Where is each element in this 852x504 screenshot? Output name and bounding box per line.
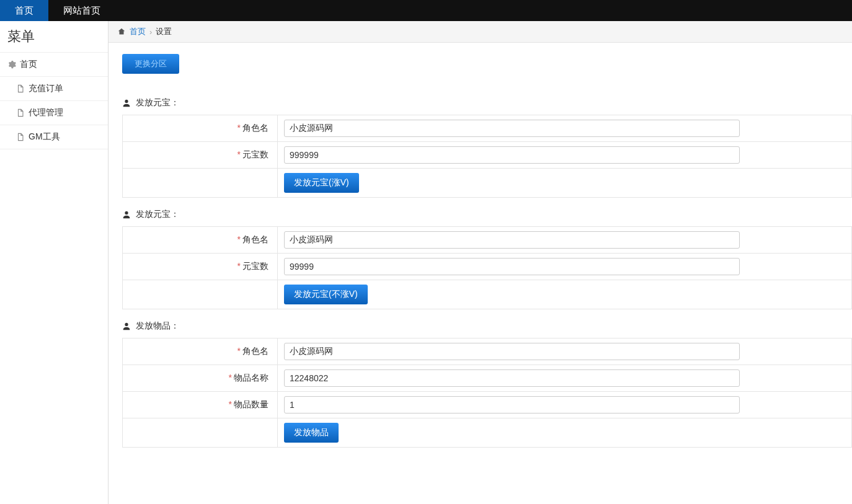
sidebar-item-home[interactable]: 首页 <box>0 52 108 77</box>
section-heading-label: 发放物品： <box>136 321 179 332</box>
section-heading-label: 发放元宝： <box>136 97 179 108</box>
content: 首页 › 设置 更换分区 发放元宝： *角色名 *元宝数 <box>109 21 852 504</box>
person-icon <box>122 99 131 107</box>
section-heading-item: 发放物品： <box>122 321 852 332</box>
role-label: 角色名 <box>242 346 268 356</box>
section-heading-yuanbao-v: 发放元宝： <box>122 97 852 108</box>
person-icon <box>122 322 131 330</box>
file-icon <box>16 108 25 117</box>
breadcrumb: 首页 › 设置 <box>109 21 852 43</box>
person-icon <box>122 210 131 219</box>
topbar: 首页 网站首页 <box>0 0 852 21</box>
sidebar-item-home-label: 首页 <box>20 59 37 70</box>
role-label: 角色名 <box>242 123 268 133</box>
chevron-right-icon: › <box>149 27 152 37</box>
role-input-1[interactable] <box>284 120 740 137</box>
sidebar-item-recharge[interactable]: 充值订单 <box>0 77 108 101</box>
sidebar: 菜单 首页 充值订单 代理管理 GM工具 <box>0 21 109 504</box>
tab-site-home[interactable]: 网站首页 <box>48 0 115 21</box>
item-name-input[interactable] <box>284 369 740 387</box>
file-icon <box>16 84 25 93</box>
sidebar-title: 菜单 <box>0 21 108 52</box>
submit-yuanbao-nov-button[interactable]: 发放元宝(不涨V) <box>284 285 368 304</box>
switch-zone-button[interactable]: 更换分区 <box>122 54 179 74</box>
form-yuanbao-v: *角色名 *元宝数 发放元宝(涨V) <box>122 115 852 198</box>
submit-yuanbao-v-button[interactable]: 发放元宝(涨V) <box>284 173 359 193</box>
item-qty-label: 物品数量 <box>234 399 268 409</box>
item-qty-input[interactable] <box>284 396 740 413</box>
qty-label: 元宝数 <box>242 149 268 159</box>
tab-home[interactable]: 首页 <box>0 0 48 21</box>
role-input-3[interactable] <box>284 343 740 360</box>
submit-item-button[interactable]: 发放物品 <box>284 423 339 443</box>
role-input-2[interactable] <box>284 231 740 249</box>
sidebar-item-recharge-label: 充值订单 <box>29 83 63 94</box>
sidebar-item-agent-label: 代理管理 <box>29 107 63 118</box>
form-yuanbao-nov: *角色名 *元宝数 发放元宝(不涨V) <box>122 226 852 309</box>
qty-label: 元宝数 <box>242 261 268 271</box>
form-item: *角色名 *物品名称 *物品数量 发放物品 <box>122 338 852 448</box>
gear-icon <box>7 60 16 69</box>
role-label: 角色名 <box>242 234 268 244</box>
sidebar-item-gm[interactable]: GM工具 <box>0 125 108 149</box>
home-icon <box>117 27 126 36</box>
qty-input-1[interactable] <box>284 146 740 164</box>
file-icon <box>16 133 25 141</box>
sidebar-item-gm-label: GM工具 <box>29 131 60 143</box>
breadcrumb-home-link[interactable]: 首页 <box>130 26 146 37</box>
item-name-label: 物品名称 <box>234 373 268 382</box>
section-heading-label: 发放元宝： <box>136 209 179 220</box>
qty-input-2[interactable] <box>284 258 740 275</box>
sidebar-item-agent[interactable]: 代理管理 <box>0 101 108 125</box>
section-heading-yuanbao-nov: 发放元宝： <box>122 209 852 220</box>
breadcrumb-current: 设置 <box>156 26 172 37</box>
